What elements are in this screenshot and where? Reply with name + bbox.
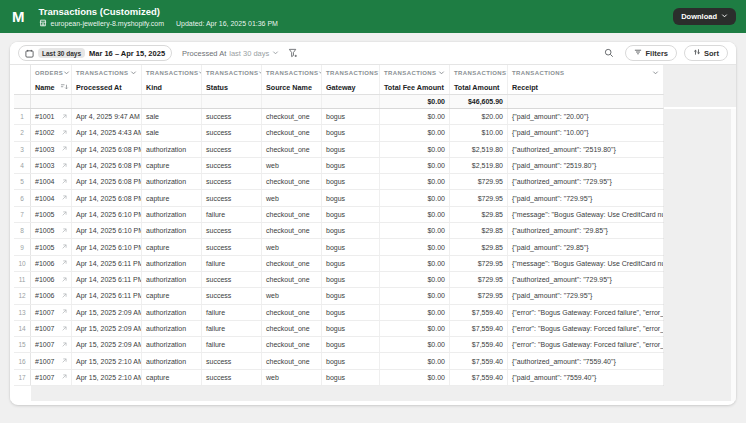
row-number[interactable]: 16 <box>14 353 31 368</box>
cell-source_name[interactable]: checkout_one <box>262 305 322 320</box>
cell-status[interactable]: success <box>202 288 262 303</box>
cell-status[interactable]: failure <box>202 321 262 336</box>
cell-source_name[interactable]: checkout_one <box>262 125 322 140</box>
cell-kind[interactable]: sale <box>142 125 202 140</box>
column-group-header-name[interactable]: ORDERS <box>31 65 72 80</box>
cell-receipt[interactable]: {"authorized_amount": "729.95"} <box>508 272 664 287</box>
cell-source_name[interactable]: web <box>262 158 322 173</box>
cell-processed_at[interactable]: Apr 14, 2025 6:11 PM <box>72 256 142 271</box>
cell-total_amount[interactable]: $7,559.40 <box>450 321 508 336</box>
cell-status[interactable]: failure <box>202 305 262 320</box>
external-link-icon[interactable] <box>61 179 67 185</box>
cell-kind[interactable]: authorization <box>142 321 202 336</box>
cell-source_name[interactable]: web <box>262 239 322 254</box>
column-group-header-kind[interactable]: TRANSACTIONS <box>142 65 202 80</box>
cell-total_fee_amount[interactable]: $0.00 <box>380 321 450 336</box>
cell-gateway[interactable]: bogus <box>322 109 380 124</box>
cell-name[interactable]: #1005 <box>31 223 72 238</box>
cell-total_amount[interactable]: $2,519.80 <box>450 158 508 173</box>
cell-kind[interactable]: capture <box>142 239 202 254</box>
external-link-icon[interactable] <box>61 130 67 136</box>
cell-total_fee_amount[interactable]: $0.00 <box>380 272 450 287</box>
name-sort-icon[interactable] <box>60 83 69 91</box>
cell-kind[interactable]: capture <box>142 158 202 173</box>
column-header-name[interactable]: Name <box>31 80 72 94</box>
cell-status[interactable]: success <box>202 142 262 157</box>
external-link-icon[interactable] <box>61 244 67 250</box>
cell-name[interactable]: #1004 <box>31 174 72 189</box>
row-number[interactable]: 11 <box>14 272 31 287</box>
cell-kind[interactable]: capture <box>142 190 202 205</box>
row-number[interactable]: 1 <box>14 109 31 124</box>
external-link-icon[interactable] <box>61 211 67 217</box>
column-group-header-receipt[interactable]: TRANSACTIONS <box>508 65 664 80</box>
cell-total_amount[interactable]: $7,559.40 <box>450 370 508 385</box>
cell-processed_at[interactable]: Apr 14, 2025 6:11 PM <box>72 272 142 287</box>
filters-button[interactable]: Filters <box>625 45 677 61</box>
cell-kind[interactable]: authorization <box>142 256 202 271</box>
row-number[interactable]: 4 <box>14 158 31 173</box>
cell-receipt[interactable]: {"paid_amount": "729.95"} <box>508 190 664 205</box>
cell-total_amount[interactable]: $729.95 <box>450 174 508 189</box>
column-menu-icon[interactable] <box>438 69 445 76</box>
cell-total_amount[interactable]: $7,559.40 <box>450 305 508 320</box>
cell-status[interactable]: success <box>202 272 262 287</box>
cell-gateway[interactable]: bogus <box>322 174 380 189</box>
cell-processed_at[interactable]: Apr 14, 2025 6:10 PM <box>72 223 142 238</box>
cell-total_fee_amount[interactable]: $0.00 <box>380 207 450 222</box>
cell-kind[interactable]: authorization <box>142 337 202 352</box>
cell-total_fee_amount[interactable]: $0.00 <box>380 305 450 320</box>
row-number[interactable]: 2 <box>14 125 31 140</box>
processed-at-filter[interactable]: Processed At last 30 days <box>182 49 279 58</box>
column-header-total_fee_amount[interactable]: Total Fee Amount <box>380 80 450 94</box>
cell-gateway[interactable]: bogus <box>322 207 380 222</box>
cell-total_fee_amount[interactable]: $0.00 <box>380 174 450 189</box>
external-link-icon[interactable] <box>61 146 67 152</box>
cell-processed_at[interactable]: Apr 14, 2025 6:10 PM <box>72 207 142 222</box>
cell-receipt[interactable]: {"error": "Bogus Gateway: Forced failure… <box>508 321 664 336</box>
cell-total_amount[interactable]: $29.85 <box>450 223 508 238</box>
cell-processed_at[interactable]: Apr 14, 2025 6:10 PM <box>72 239 142 254</box>
cell-processed_at[interactable]: Apr 14, 2025 6:08 PM <box>72 142 142 157</box>
cell-name[interactable]: #1007 <box>31 370 72 385</box>
row-number[interactable]: 17 <box>14 370 31 385</box>
column-group-header-total_fee_amount[interactable]: TRANSACTIONS <box>380 65 450 80</box>
cell-gateway[interactable]: bogus <box>322 142 380 157</box>
row-number[interactable]: 7 <box>14 207 31 222</box>
cell-total_fee_amount[interactable]: $0.00 <box>380 239 450 254</box>
cell-receipt[interactable]: {"paid_amount": "29.85"} <box>508 239 664 254</box>
cell-source_name[interactable]: checkout_one <box>262 337 322 352</box>
cell-source_name[interactable]: checkout_one <box>262 174 322 189</box>
cell-total_fee_amount[interactable]: $0.00 <box>380 223 450 238</box>
cell-total_fee_amount[interactable]: $0.00 <box>380 288 450 303</box>
column-header-total_amount[interactable]: Total Amount <box>450 80 508 94</box>
external-link-icon[interactable] <box>61 342 67 348</box>
cell-status[interactable]: success <box>202 370 262 385</box>
cell-processed_at[interactable]: Apr 15, 2025 2:09 AM <box>72 305 142 320</box>
column-header-gateway[interactable]: Gateway <box>322 80 380 94</box>
column-group-header-status[interactable]: TRANSACTIONS <box>202 65 262 80</box>
date-range-picker[interactable]: Last 30 days Mar 16 – Apr 15, 2025 <box>18 45 172 61</box>
cell-kind[interactable]: authorization <box>142 207 202 222</box>
vertical-scrollbar[interactable] <box>731 109 736 401</box>
cell-receipt[interactable]: {"error": "Bogus Gateway: Forced failure… <box>508 305 664 320</box>
cell-total_fee_amount[interactable]: $0.00 <box>380 353 450 368</box>
column-group-header-source_name[interactable]: TRANSACTIONS <box>262 65 322 80</box>
cell-processed_at[interactable]: Apr 15, 2025 2:09 AM <box>72 337 142 352</box>
cell-name[interactable]: #1007 <box>31 321 72 336</box>
cell-source_name[interactable]: checkout_one <box>262 223 322 238</box>
cell-receipt[interactable]: {"paid_amount": "20.00"} <box>508 109 664 124</box>
cell-status[interactable]: success <box>202 223 262 238</box>
row-number[interactable]: 3 <box>14 142 31 157</box>
row-number[interactable]: 5 <box>14 174 31 189</box>
cell-source_name[interactable]: checkout_one <box>262 256 322 271</box>
cell-total_amount[interactable]: $2,519.80 <box>450 142 508 157</box>
cell-receipt[interactable]: {"error": "Bogus Gateway: Forced failure… <box>508 337 664 352</box>
cell-total_fee_amount[interactable]: $0.00 <box>380 256 450 271</box>
add-filter-icon[interactable] <box>288 48 298 58</box>
column-header-receipt[interactable]: Receipt <box>508 80 664 94</box>
cell-gateway[interactable]: bogus <box>322 337 380 352</box>
cell-total_fee_amount[interactable]: $0.00 <box>380 370 450 385</box>
column-menu-icon[interactable] <box>652 69 659 76</box>
cell-name[interactable]: #1003 <box>31 142 72 157</box>
